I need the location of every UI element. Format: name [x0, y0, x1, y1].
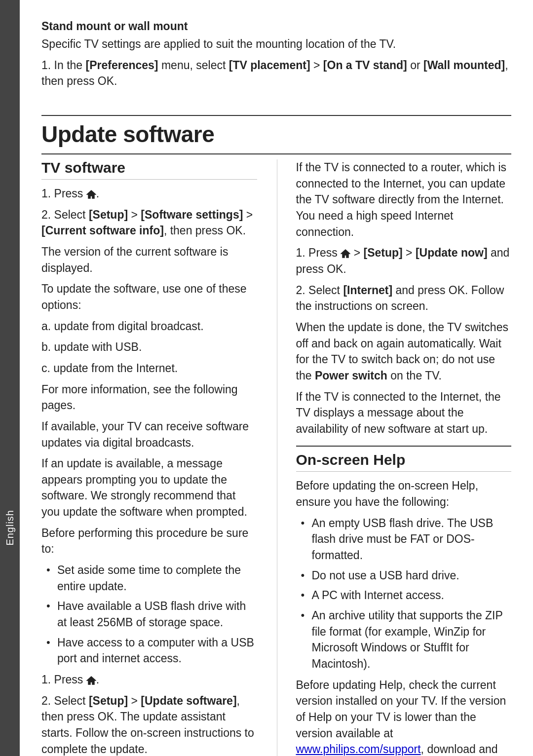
list-item: Set aside some time to complete the enti… [46, 562, 257, 594]
stand-mount-title: Stand mount or wall mount [41, 20, 511, 33]
stand-mount-bold1: [Preferences] [86, 59, 158, 72]
r-bold-update-now: [Update now] [416, 246, 488, 259]
list-item: An empty USB flash drive. The USB flash … [301, 515, 512, 564]
left-option-b: b. update with USB. [41, 339, 257, 355]
stand-mount-bold4: [Wall mounted] [423, 59, 505, 72]
l-bold-setup2: [Setup] [89, 694, 128, 707]
content-area: Stand mount or wall mount Specific TV se… [20, 0, 533, 756]
home-icon-3 [341, 246, 350, 255]
sub-divider [41, 153, 511, 154]
left-message-text: If an update is available, a message app… [41, 455, 257, 520]
stand-mount-para2: 1. In the [Preferences] menu, select [TV… [41, 57, 511, 89]
main-title: Update software [41, 121, 511, 148]
list-item: Do not use a USB hard drive. [301, 567, 512, 584]
home-icon-1 [86, 187, 96, 196]
sidebar-language-label: English [4, 510, 16, 546]
r-bold-internet: [Internet] [343, 284, 392, 297]
left-update-options-intro: To update the software, use one of these… [41, 281, 257, 313]
right-internet-para1: If the TV is connected to a router, whic… [296, 159, 512, 240]
right-connected-text: If the TV is connected to the Internet, … [296, 389, 512, 437]
svg-marker-1 [87, 677, 96, 684]
svg-marker-0 [87, 190, 96, 198]
list-item: Have access to a computer with a USB por… [46, 635, 257, 667]
right-check-version: Before updating Help, check the current … [296, 677, 512, 756]
stand-mount-bold2: [TV placement] [229, 59, 310, 72]
left-column: TV software 1. Press . 2. Select [Setup]… [41, 159, 257, 756]
left-more-info: For more information, see the following … [41, 381, 257, 414]
left-broadcast-text: If available, your TV can receive softwa… [41, 418, 257, 451]
on-screen-help-title: On-screen Help [296, 452, 512, 472]
left-option-c: c. update from the Internet. [41, 360, 257, 377]
r-power-switch-bold: Power switch [315, 369, 387, 382]
list-item: An archive utility that supports the ZIP… [301, 607, 512, 672]
left-bullet-list: Set aside some time to complete the enti… [46, 562, 257, 667]
sidebar: English [0, 0, 20, 756]
stand-mount-para1: Specific TV settings are applied to suit… [41, 36, 511, 52]
list-item: A PC with Internet access. [301, 587, 512, 604]
l-bold-update-software: [Update software] [141, 694, 236, 707]
stand-mount-section: Stand mount or wall mount Specific TV se… [41, 20, 511, 94]
right-column: If the TV is connected to a router, whic… [277, 159, 512, 756]
r-bold-setup1: [Setup] [363, 246, 402, 259]
home-icon-2 [86, 673, 96, 682]
l-bold-software-settings: [Software settings] [141, 208, 243, 221]
tv-software-title: TV software [41, 159, 257, 180]
right-bullet-list: An empty USB flash drive. The USB flash … [301, 515, 512, 672]
svg-marker-2 [341, 250, 350, 258]
right-section-divider [296, 446, 512, 447]
l-bold-setup1: [Setup] [89, 208, 128, 221]
left-step1: 1. Press . [41, 186, 257, 202]
left-step2b: 2. Select [Setup] > [Update software], t… [41, 693, 257, 756]
left-before-text: Before performing this procedure be sure… [41, 525, 257, 557]
right-step2r: 2. Select [Internet] and press OK. Follo… [296, 282, 512, 314]
list-item: Have available a USB flash drive with at… [46, 598, 257, 630]
philips-support-link[interactable]: www.philips.com/support [296, 743, 421, 756]
two-column-layout: TV software 1. Press . 2. Select [Setup]… [41, 159, 511, 756]
left-option-a: a. update from digital broadcast. [41, 318, 257, 335]
right-before-help: Before updating the on-screen Help, ensu… [296, 478, 512, 510]
left-version-text: The version of the current software is d… [41, 244, 257, 276]
main-divider [41, 115, 511, 116]
left-step2: 2. Select [Setup] > [Software settings] … [41, 207, 257, 239]
stand-mount-bold3: [On a TV stand] [323, 59, 407, 72]
right-step1r: 1. Press > [Setup] > [Update now] and pr… [296, 245, 512, 277]
left-step1b: 1. Press . [41, 672, 257, 688]
right-update-done: When the update is done, the TV switches… [296, 319, 512, 384]
l-bold-current-info: [Current software info] [41, 224, 164, 237]
